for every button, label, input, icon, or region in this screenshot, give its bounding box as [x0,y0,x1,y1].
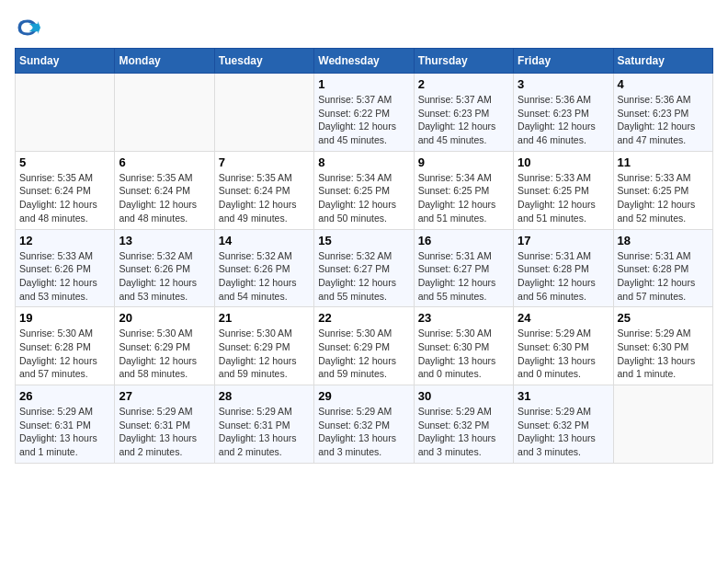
calendar-cell: 16Sunrise: 5:31 AM Sunset: 6:27 PM Dayli… [414,229,513,307]
calendar-cell: 27Sunrise: 5:29 AM Sunset: 6:31 PM Dayli… [115,385,214,464]
day-number: 19 [19,311,110,325]
day-info: Sunrise: 5:32 AM Sunset: 6:26 PM Dayligh… [219,249,310,304]
calendar-cell: 7Sunrise: 5:35 AM Sunset: 6:24 PM Daylig… [214,151,313,229]
weekday-header-saturday: Saturday [613,49,712,74]
day-number: 27 [119,389,210,403]
day-number: 1 [318,77,409,91]
calendar-week-1: 1Sunrise: 5:37 AM Sunset: 6:22 PM Daylig… [16,74,713,152]
day-number: 28 [219,389,310,403]
calendar-cell: 1Sunrise: 5:37 AM Sunset: 6:22 PM Daylig… [314,74,414,152]
calendar-cell: 3Sunrise: 5:36 AM Sunset: 6:23 PM Daylig… [514,74,613,152]
day-info: Sunrise: 5:30 AM Sunset: 6:29 PM Dayligh… [318,327,409,381]
calendar-cell: 21Sunrise: 5:30 AM Sunset: 6:29 PM Dayli… [214,307,313,385]
day-number: 15 [318,234,409,247]
day-number: 22 [318,311,409,325]
day-info: Sunrise: 5:33 AM Sunset: 6:25 PM Dayligh… [618,171,709,225]
day-number: 6 [119,155,210,169]
day-info: Sunrise: 5:31 AM Sunset: 6:28 PM Dayligh… [518,249,609,304]
day-number: 25 [618,311,709,325]
weekday-header-monday: Monday [115,49,214,74]
calendar-cell [16,74,115,152]
calendar-cell: 12Sunrise: 5:33 AM Sunset: 6:26 PM Dayli… [16,229,115,307]
day-number: 11 [618,155,709,169]
day-number: 23 [418,311,509,325]
calendar-cell: 2Sunrise: 5:37 AM Sunset: 6:23 PM Daylig… [414,74,513,152]
day-info: Sunrise: 5:29 AM Sunset: 6:32 PM Dayligh… [518,405,609,459]
day-number: 9 [418,155,509,169]
day-number: 31 [518,389,609,403]
calendar-week-5: 26Sunrise: 5:29 AM Sunset: 6:31 PM Dayli… [16,385,713,464]
day-number: 20 [119,311,210,325]
calendar-week-4: 19Sunrise: 5:30 AM Sunset: 6:28 PM Dayli… [16,307,713,385]
day-info: Sunrise: 5:32 AM Sunset: 6:26 PM Dayligh… [119,249,210,304]
day-number: 12 [19,234,110,247]
day-info: Sunrise: 5:34 AM Sunset: 6:25 PM Dayligh… [318,171,409,225]
day-info: Sunrise: 5:30 AM Sunset: 6:29 PM Dayligh… [219,327,310,381]
calendar-cell: 22Sunrise: 5:30 AM Sunset: 6:29 PM Dayli… [314,307,414,385]
calendar-cell: 17Sunrise: 5:31 AM Sunset: 6:28 PM Dayli… [514,229,613,307]
logo-icon [15,15,40,40]
day-info: Sunrise: 5:35 AM Sunset: 6:24 PM Dayligh… [219,171,310,225]
calendar-cell: 15Sunrise: 5:32 AM Sunset: 6:27 PM Dayli… [314,229,414,307]
calendar-cell: 19Sunrise: 5:30 AM Sunset: 6:28 PM Dayli… [16,307,115,385]
day-info: Sunrise: 5:37 AM Sunset: 6:23 PM Dayligh… [418,93,509,147]
day-info: Sunrise: 5:32 AM Sunset: 6:27 PM Dayligh… [318,249,409,304]
calendar-cell: 6Sunrise: 5:35 AM Sunset: 6:24 PM Daylig… [115,151,214,229]
calendar-cell: 14Sunrise: 5:32 AM Sunset: 6:26 PM Dayli… [214,229,313,307]
calendar-cell: 25Sunrise: 5:29 AM Sunset: 6:30 PM Dayli… [613,307,712,385]
day-number: 4 [618,77,709,91]
calendar-cell: 29Sunrise: 5:29 AM Sunset: 6:32 PM Dayli… [314,385,414,464]
logo [15,15,44,40]
day-number: 10 [518,155,609,169]
calendar-cell: 9Sunrise: 5:34 AM Sunset: 6:25 PM Daylig… [414,151,513,229]
calendar-week-2: 5Sunrise: 5:35 AM Sunset: 6:24 PM Daylig… [16,151,713,229]
day-info: Sunrise: 5:36 AM Sunset: 6:23 PM Dayligh… [518,93,609,147]
day-info: Sunrise: 5:30 AM Sunset: 6:30 PM Dayligh… [418,327,509,381]
calendar-cell: 10Sunrise: 5:33 AM Sunset: 6:25 PM Dayli… [514,151,613,229]
calendar-cell: 24Sunrise: 5:29 AM Sunset: 6:30 PM Dayli… [514,307,613,385]
calendar-cell: 28Sunrise: 5:29 AM Sunset: 6:31 PM Dayli… [214,385,313,464]
header [15,15,713,40]
day-number: 2 [418,77,509,91]
day-info: Sunrise: 5:35 AM Sunset: 6:24 PM Dayligh… [119,171,210,225]
weekday-header-tuesday: Tuesday [214,49,313,74]
day-info: Sunrise: 5:35 AM Sunset: 6:24 PM Dayligh… [19,171,110,225]
day-info: Sunrise: 5:29 AM Sunset: 6:30 PM Dayligh… [618,327,709,381]
calendar-cell: 26Sunrise: 5:29 AM Sunset: 6:31 PM Dayli… [16,385,115,464]
calendar-cell: 31Sunrise: 5:29 AM Sunset: 6:32 PM Dayli… [514,385,613,464]
day-number: 18 [618,234,709,247]
calendar-cell: 5Sunrise: 5:35 AM Sunset: 6:24 PM Daylig… [16,151,115,229]
day-info: Sunrise: 5:33 AM Sunset: 6:25 PM Dayligh… [518,171,609,225]
calendar-cell [115,74,214,152]
day-number: 3 [518,77,609,91]
calendar-cell [214,74,313,152]
weekday-header-sunday: Sunday [16,49,115,74]
weekday-header-thursday: Thursday [414,49,513,74]
calendar-cell: 4Sunrise: 5:36 AM Sunset: 6:23 PM Daylig… [613,74,712,152]
day-info: Sunrise: 5:29 AM Sunset: 6:32 PM Dayligh… [318,405,409,459]
day-info: Sunrise: 5:29 AM Sunset: 6:31 PM Dayligh… [119,405,210,459]
day-info: Sunrise: 5:29 AM Sunset: 6:32 PM Dayligh… [418,405,509,459]
calendar-cell: 23Sunrise: 5:30 AM Sunset: 6:30 PM Dayli… [414,307,513,385]
weekday-header-friday: Friday [514,49,613,74]
calendar-week-3: 12Sunrise: 5:33 AM Sunset: 6:26 PM Dayli… [16,229,713,307]
day-number: 21 [219,311,310,325]
day-info: Sunrise: 5:33 AM Sunset: 6:26 PM Dayligh… [19,249,110,304]
day-info: Sunrise: 5:37 AM Sunset: 6:22 PM Dayligh… [318,93,409,147]
day-info: Sunrise: 5:30 AM Sunset: 6:28 PM Dayligh… [19,327,110,381]
page-container: SundayMondayTuesdayWednesdayThursdayFrid… [15,15,713,464]
calendar-cell: 13Sunrise: 5:32 AM Sunset: 6:26 PM Dayli… [115,229,214,307]
day-info: Sunrise: 5:31 AM Sunset: 6:28 PM Dayligh… [618,249,709,304]
day-info: Sunrise: 5:34 AM Sunset: 6:25 PM Dayligh… [418,171,509,225]
day-number: 24 [518,311,609,325]
day-info: Sunrise: 5:29 AM Sunset: 6:31 PM Dayligh… [219,405,310,459]
day-number: 17 [518,234,609,247]
day-info: Sunrise: 5:30 AM Sunset: 6:29 PM Dayligh… [119,327,210,381]
calendar-cell: 20Sunrise: 5:30 AM Sunset: 6:29 PM Dayli… [115,307,214,385]
day-number: 26 [19,389,110,403]
calendar-cell: 18Sunrise: 5:31 AM Sunset: 6:28 PM Dayli… [613,229,712,307]
day-number: 14 [219,234,310,247]
weekday-header-row: SundayMondayTuesdayWednesdayThursdayFrid… [16,49,713,74]
day-number: 29 [318,389,409,403]
calendar-cell [613,385,712,464]
